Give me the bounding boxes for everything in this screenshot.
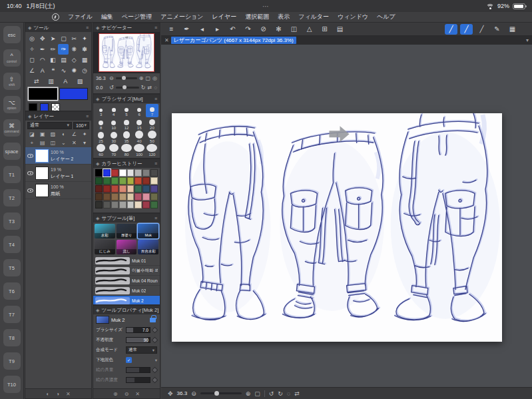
property-select[interactable]: 通常▾ <box>126 346 157 354</box>
expand-icon[interactable]: ▾ <box>155 358 157 363</box>
rotate-right-icon[interactable]: ↻ <box>278 390 283 397</box>
brush-size-70[interactable]: 70 <box>107 144 120 157</box>
subtool-tile[interactable]: 厚塗り <box>117 224 137 238</box>
subtool-tile[interactable]: にじみ <box>95 240 115 254</box>
eraser-tool[interactable]: ◻ <box>27 55 37 65</box>
panel-menu-icon[interactable]: ≡ <box>154 161 157 166</box>
fit-screen-icon[interactable]: ▢ <box>254 390 260 397</box>
brush-tool[interactable]: ✑ <box>58 44 69 55</box>
color-swatch[interactable] <box>103 193 111 200</box>
brush-size-80[interactable]: 80 <box>120 144 133 157</box>
new-folder-icon[interactable]: ▤ <box>40 140 45 146</box>
brush-size-7[interactable]: 7 <box>146 104 158 117</box>
slider-handle-button[interactable] <box>152 367 158 374</box>
zoom-slider[interactable] <box>200 392 242 394</box>
document-tab[interactable]: レザーカーゴパンツ (4667 x 3144px 72dpi 36.3%) <box>171 37 296 44</box>
brush-size-40[interactable]: 40 <box>133 131 146 144</box>
merge-down-icon[interactable]: ⌄ <box>61 140 66 146</box>
color-swatch[interactable] <box>150 201 158 208</box>
color-swatch[interactable] <box>111 177 119 185</box>
text-color-icon[interactable]: A <box>59 77 73 86</box>
edge-key-esc[interactable]: esc <box>3 26 21 43</box>
menu-icon[interactable]: ≡ <box>165 24 178 35</box>
add-icon[interactable]: ⊕ <box>113 391 118 397</box>
brush-size-100[interactable]: 100 <box>133 144 146 157</box>
brush-size-4[interactable]: 4 <box>107 104 120 117</box>
rotate-left-icon[interactable]: ↺ <box>269 390 274 397</box>
pen-settings-icon[interactable]: ✎ <box>491 24 503 35</box>
zoom-in-icon[interactable]: ⊕ <box>139 75 144 81</box>
navigator-thumbnail[interactable] <box>93 32 160 73</box>
text-tool[interactable]: A <box>37 65 48 76</box>
menu-item[interactable]: ウィンドウ <box>338 13 368 21</box>
layer-thumbnail[interactable] <box>35 167 49 180</box>
material-icon[interactable]: ▤ <box>334 24 346 35</box>
workspace-icon[interactable]: ▦ <box>506 24 519 35</box>
color-swatch[interactable] <box>127 193 134 200</box>
slider-handle-button[interactable] <box>152 327 158 334</box>
select-tool[interactable]: ▢ <box>58 33 69 44</box>
color-swatch[interactable] <box>95 177 103 185</box>
sub-color-chip[interactable] <box>40 103 49 111</box>
delete-layer-icon[interactable]: ✕ <box>72 140 77 146</box>
line-correct-tool[interactable]: ∿ <box>58 65 69 76</box>
undo-icon[interactable]: ↶ <box>226 24 239 35</box>
fill-tool[interactable]: ◧ <box>48 55 59 65</box>
color-swatch[interactable] <box>127 185 134 193</box>
edge-key-command[interactable]: ⌘command <box>3 119 21 137</box>
sub-color-swatch[interactable] <box>59 88 88 100</box>
airbrush-tool[interactable]: ❋ <box>69 44 79 55</box>
subtool-brush-row[interactable]: Muk 02 <box>93 286 160 296</box>
panel-menu-icon[interactable]: ≡ <box>154 25 157 30</box>
color-swatch[interactable] <box>111 185 119 193</box>
menu-item[interactable]: 選択範囲 <box>245 13 269 21</box>
color-swatch[interactable] <box>111 201 119 208</box>
main-color-chip[interactable] <box>29 103 37 111</box>
brush-size-12[interactable]: 12 <box>120 117 133 131</box>
brush-size-5[interactable]: 5 <box>120 104 133 117</box>
lasso-tool[interactable]: ✂ <box>69 33 79 44</box>
transparent-color-chip[interactable] <box>51 103 60 111</box>
lightup-tool[interactable]: ✺ <box>69 65 79 76</box>
color-swatch[interactable] <box>111 193 119 200</box>
subtool-brush-row[interactable]: Muk 04 Round <box>93 276 160 286</box>
timelapse-tool[interactable]: ◷ <box>79 65 90 76</box>
edge-key-t4[interactable]: T4 <box>3 236 21 253</box>
menu-item[interactable]: ページ管理 <box>122 13 152 21</box>
reset-view-icon[interactable]: ◌ <box>287 390 290 397</box>
ruler-icon[interactable]: ∠ <box>72 131 77 137</box>
lock-icon[interactable] <box>150 318 156 322</box>
blend-tool[interactable]: ◠ <box>37 55 48 65</box>
figure-tool[interactable]: ◇ <box>69 55 79 65</box>
color-swatch[interactable] <box>103 185 111 193</box>
frame-tool[interactable]: ▦ <box>79 55 90 65</box>
menu-item[interactable]: ファイル <box>68 13 93 21</box>
subtool-brush-row[interactable]: 이불수채화 쓰아기 <box>93 266 160 276</box>
remove-icon[interactable]: ⊖ <box>125 391 129 397</box>
layer-visible-eye-icon[interactable] <box>27 171 33 175</box>
lock-layer-icon[interactable]: ▣ <box>40 131 45 137</box>
ruler-tool[interactable]: ∠ <box>27 65 37 76</box>
brush-size-35[interactable]: 35 <box>120 131 133 144</box>
pen-tool[interactable]: ✒ <box>37 44 48 55</box>
pencil-tool[interactable]: ✏ <box>48 44 59 55</box>
color-swatch[interactable] <box>150 185 158 193</box>
subtool-tile[interactable]: Muk <box>138 224 158 238</box>
layer-row[interactable]: 100 %用紙 <box>25 182 91 199</box>
more-icon[interactable]: ▾ <box>83 140 86 146</box>
brush-size-3[interactable]: 3 <box>95 104 107 117</box>
clip-icon[interactable]: ◪ <box>29 131 35 137</box>
color-swatch[interactable] <box>142 177 150 185</box>
color-swatch[interactable] <box>134 177 142 185</box>
layer-row[interactable]: 100 %レイヤー 2 <box>25 147 91 165</box>
edge-key-t9[interactable]: T9 <box>3 352 21 370</box>
color-swatch[interactable] <box>95 185 103 193</box>
color-swatch[interactable] <box>111 169 119 177</box>
color-swatch[interactable] <box>127 201 134 208</box>
slider-handle-button[interactable] <box>152 337 158 344</box>
menu-item[interactable]: アニメーション <box>160 13 203 21</box>
brush-size-120[interactable]: 120 <box>146 144 158 157</box>
edge-key-t10[interactable]: T10 <box>3 376 21 393</box>
wand-tool[interactable]: ✦ <box>79 33 90 44</box>
stabilization-a-icon[interactable]: ╱ <box>445 24 457 35</box>
